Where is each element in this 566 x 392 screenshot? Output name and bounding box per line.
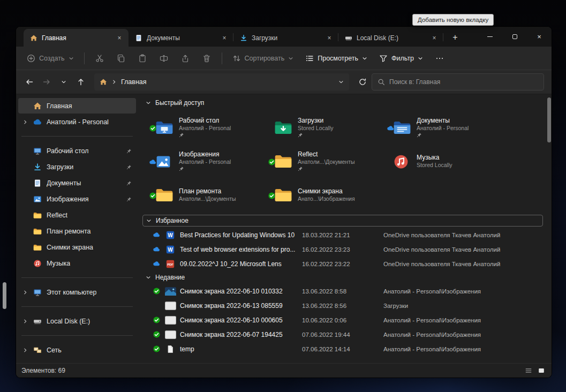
chevron-right-icon[interactable]: [22, 348, 28, 353]
tile-name: Reflect: [298, 150, 355, 158]
main-scrollbar[interactable]: [547, 97, 551, 142]
file-name: Test of web browser extensions for pro..…: [180, 246, 299, 253]
cut-button[interactable]: [89, 50, 110, 67]
close-tab-icon[interactable]: ×: [324, 33, 334, 43]
tile-text: Рабочий стол Анатолий - Personal: [179, 117, 231, 138]
arrow-left-icon: [25, 78, 34, 86]
close-tab-icon[interactable]: ×: [220, 33, 229, 43]
chevron-right-icon[interactable]: [22, 290, 28, 295]
tile-documents[interactable]: Документы Анатолий - Personal: [383, 110, 502, 144]
sync-ok-icon: [152, 345, 161, 352]
forward-button[interactable]: [39, 74, 55, 90]
sidebar-item-pictures[interactable]: Изображения: [18, 191, 136, 207]
rename-button[interactable]: [154, 50, 174, 67]
quick-access-grid: Рабочий стол Анатолий - Personal Загрузк…: [146, 110, 543, 212]
breadcrumb[interactable]: Главная: [94, 73, 349, 91]
file-row[interactable]: Снимок экрана 2022-06-13 085559 13.06.20…: [142, 298, 543, 313]
details-view-icon[interactable]: [525, 367, 532, 374]
sidebar-item-reflect[interactable]: Reflect: [18, 207, 136, 223]
chevron-down-icon[interactable]: [338, 79, 344, 85]
new-tab-button[interactable]: +: [448, 31, 463, 44]
tile-desktop[interactable]: Рабочий стол Анатолий - Personal: [146, 110, 265, 144]
search-input[interactable]: [389, 78, 538, 86]
folder-icon: [274, 187, 292, 202]
recent-locations-button[interactable]: [56, 74, 72, 90]
refresh-icon: [358, 78, 367, 86]
tab-home[interactable]: Главная ×: [24, 29, 129, 47]
section-quick-access-header[interactable]: Быстрый доступ: [142, 96, 543, 109]
large-thumbnails-view-icon[interactable]: [538, 367, 545, 374]
page-scrollbar[interactable]: [3, 282, 6, 309]
file-location: Анатолий - Personal\Изображения: [383, 288, 543, 295]
file-row[interactable]: Снимок экрана 2022-06-10 010332 13.06.20…: [142, 284, 543, 298]
pin-icon: [179, 166, 184, 171]
delete-button[interactable]: [197, 50, 217, 67]
rename-icon: [160, 54, 168, 63]
recent-list: Снимок экрана 2022-06-10 010332 13.06.20…: [142, 284, 543, 356]
chevron-down-icon[interactable]: [146, 218, 152, 223]
file-row[interactable]: 09.02.2022^J 10_22 Microsoft Lens 16.02.…: [142, 257, 543, 271]
sidebar-item-plan-remonta[interactable]: План ремонта: [18, 223, 136, 239]
sidebar-item-this-pc[interactable]: Этот компьютер: [18, 284, 136, 300]
tile-snimki-ekrana[interactable]: Снимки экрана Анато...\Изображения: [265, 178, 383, 212]
tab-documents[interactable]: Документы ×: [129, 29, 233, 47]
file-location: OneDrive пользователя Ткачев Анатолий: [383, 232, 543, 238]
tile-icon: [274, 154, 292, 169]
sync-ok-icon: [152, 288, 161, 295]
sidebar-item-label: Сеть: [47, 346, 62, 354]
up-button[interactable]: [73, 74, 89, 90]
minimize-button[interactable]: [478, 27, 502, 47]
close-tab-icon[interactable]: ×: [429, 33, 439, 43]
file-row[interactable]: Снимок экрана 2022-06-07 194425 07.06.20…: [142, 327, 543, 342]
create-button[interactable]: Создать: [21, 50, 79, 67]
sidebar-item-documents[interactable]: Документы: [18, 175, 136, 191]
paste-button[interactable]: [132, 50, 153, 67]
copy-button[interactable]: [111, 50, 131, 67]
refresh-button[interactable]: [354, 74, 371, 90]
back-button[interactable]: [21, 74, 37, 90]
file-row[interactable]: Best Practices for Updating Windows 10 1…: [142, 228, 543, 242]
search-box[interactable]: [372, 73, 544, 91]
tile-reflect[interactable]: Reflect Анатоли...\Документы: [265, 144, 383, 178]
chevron-down-icon[interactable]: [146, 275, 151, 280]
tab-local-disk-e[interactable]: Local Disk (E:) ×: [338, 29, 443, 47]
sidebar-item-home[interactable]: Главная: [18, 98, 136, 114]
sidebar-item-network[interactable]: Сеть: [18, 342, 136, 358]
file-row[interactable]: temp 07.06.2022 14:14 Анатолий - Persona…: [142, 342, 543, 356]
pin-icon: [298, 166, 303, 171]
section-favorites-header[interactable]: Избранное: [142, 215, 543, 227]
plus-circle-icon: [27, 54, 35, 63]
sidebar-item-local-disk-e[interactable]: Local Disk (E:): [18, 313, 136, 329]
filter-button[interactable]: Фильтр: [374, 50, 428, 67]
image-thumbnail-icon: [164, 316, 177, 325]
file-row[interactable]: Снимок экрана 2022-06-10 000605 10.06.20…: [142, 313, 543, 327]
chevron-right-icon[interactable]: [22, 319, 28, 324]
maximize-button[interactable]: [502, 27, 527, 47]
more-options-button[interactable]: [429, 50, 450, 67]
sidebar-item-snimki-ekrana[interactable]: Снимки экрана: [18, 239, 136, 255]
chevron-right-icon[interactable]: [22, 119, 28, 125]
file-row[interactable]: Test of web browser extensions for pro..…: [142, 242, 543, 257]
tab-downloads[interactable]: Загрузки ×: [233, 29, 338, 47]
breadcrumb-item[interactable]: Главная: [121, 78, 147, 86]
tile-downloads[interactable]: Загрузки Stored Locally: [265, 110, 383, 144]
close-tab-icon[interactable]: ×: [115, 33, 124, 43]
view-button[interactable]: Просмотреть: [300, 50, 373, 67]
tile-icon: [274, 120, 292, 135]
sidebar-item-downloads[interactable]: Загрузки: [18, 159, 136, 175]
toolbar-separator: [222, 52, 222, 64]
sidebar-item-music[interactable]: Музыка: [18, 255, 136, 271]
sidebar-item-onedrive[interactable]: Анатолий - Personal: [18, 114, 136, 130]
share-button[interactable]: [175, 50, 195, 67]
tile-plan-remonta[interactable]: План ремонта Анатоли...\Документы: [146, 178, 265, 212]
minimize-icon: [487, 36, 493, 37]
close-button[interactable]: ×: [527, 27, 552, 47]
tile-pictures[interactable]: Изображения Анатолий - Personal: [146, 144, 265, 178]
tile-music[interactable]: Музыка Stored Locally: [383, 144, 502, 178]
music-icon: [33, 259, 42, 268]
chevron-down-icon[interactable]: [146, 100, 151, 105]
section-recent-header[interactable]: Недавние: [142, 271, 543, 284]
sidebar-item-desktop[interactable]: Рабочий стол: [18, 143, 136, 159]
documents-folder-icon: [393, 120, 411, 135]
sort-button[interactable]: Сортировать: [227, 50, 299, 67]
